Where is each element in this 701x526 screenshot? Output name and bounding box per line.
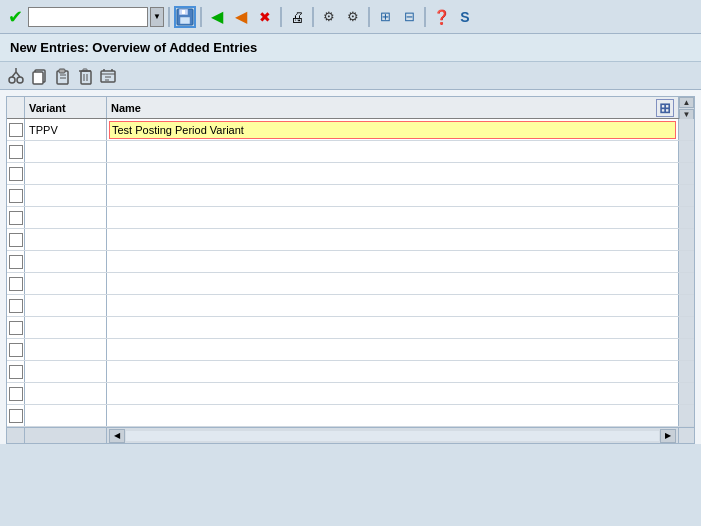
hscroll-track-area: ◀ ▶ [107, 428, 678, 443]
checkbox[interactable] [9, 277, 23, 291]
row-name-cell[interactable] [107, 141, 678, 162]
svg-rect-3 [182, 10, 185, 14]
checkbox[interactable] [9, 321, 23, 335]
checkbox[interactable] [9, 189, 23, 203]
row-name-cell[interactable] [107, 361, 678, 382]
row-checkbox[interactable] [7, 163, 25, 184]
row-checkbox[interactable] [7, 405, 25, 426]
row-name-cell[interactable] [107, 295, 678, 316]
row-variant-cell [25, 405, 107, 426]
row-name-cell[interactable] [107, 163, 678, 184]
checkbox[interactable] [9, 145, 23, 159]
toolbar-separator-4 [312, 7, 314, 27]
toolbar-separator-6 [424, 7, 426, 27]
layout-icon-2[interactable]: ⊟ [398, 6, 420, 28]
sap-icon[interactable]: S [454, 6, 476, 28]
table-row [7, 229, 694, 251]
row-scroll-spacer [678, 119, 694, 140]
row-checkbox[interactable] [7, 251, 25, 272]
checkbox[interactable] [9, 123, 23, 137]
page-title-bar: New Entries: Overview of Added Entries [0, 34, 701, 62]
row-variant-cell [25, 273, 107, 294]
tool-icon-2[interactable]: ⚙ [342, 6, 364, 28]
nav-back-fast-icon[interactable]: ◀ [230, 6, 252, 28]
table-body: TPPV [7, 119, 694, 427]
info-icon[interactable] [98, 66, 118, 86]
row-checkbox[interactable] [7, 229, 25, 250]
check-icon[interactable]: ✔ [4, 6, 26, 28]
header-variant-col: Variant [25, 97, 107, 118]
command-input[interactable] [28, 7, 148, 27]
main-toolbar: ✔ ▼ ◀ ◀ ✖ 🖨 ⚙ ⚙ [0, 0, 701, 34]
hscroll-thumb[interactable] [126, 431, 659, 441]
hscroll-right-btn[interactable]: ▶ [660, 429, 676, 443]
row-variant-cell [25, 207, 107, 228]
hscroll-left-btn[interactable]: ◀ [109, 429, 125, 443]
checkbox[interactable] [9, 343, 23, 357]
row-scroll-spacer [678, 251, 694, 272]
checkbox[interactable] [9, 211, 23, 225]
row-name-cell[interactable] [107, 317, 678, 338]
row-name-cell[interactable] [107, 383, 678, 404]
svg-line-6 [12, 72, 16, 77]
svg-point-4 [9, 77, 15, 83]
row-checkbox[interactable] [7, 273, 25, 294]
table-wrapper: Variant Name ⊞ ▲ ▼ TPPV [6, 96, 695, 444]
row-name-cell[interactable] [107, 207, 678, 228]
row-scroll-spacer [678, 229, 694, 250]
tool-icon-1[interactable]: ⚙ [318, 6, 340, 28]
svg-rect-15 [81, 71, 91, 84]
vscroll-up-btn[interactable]: ▲ [679, 97, 694, 108]
row-name-cell[interactable] [107, 273, 678, 294]
nav-forward-icon[interactable]: ✖ [254, 6, 276, 28]
row-variant-cell [25, 295, 107, 316]
paste-icon[interactable] [52, 66, 72, 86]
name-input[interactable] [109, 121, 676, 139]
row-checkbox[interactable] [7, 317, 25, 338]
row-checkbox[interactable] [7, 207, 25, 228]
save-button[interactable] [174, 6, 196, 28]
delete-icon[interactable] [75, 66, 95, 86]
command-dropdown-arrow[interactable]: ▼ [150, 7, 164, 27]
row-name-cell[interactable] [107, 185, 678, 206]
row-checkbox[interactable] [7, 383, 25, 404]
row-scroll-spacer [678, 383, 694, 404]
row-checkbox[interactable] [7, 185, 25, 206]
svg-point-5 [17, 77, 23, 83]
row-checkbox[interactable] [7, 295, 25, 316]
row-name-cell[interactable] [107, 251, 678, 272]
hscroll-variant-spacer [25, 428, 107, 443]
row-variant-cell [25, 317, 107, 338]
checkbox[interactable] [9, 167, 23, 181]
table-row [7, 273, 694, 295]
row-checkbox[interactable] [7, 339, 25, 360]
row-name-cell[interactable] [107, 405, 678, 426]
row-name-cell[interactable] [107, 229, 678, 250]
command-input-wrap: ▼ [28, 7, 164, 27]
row-checkbox[interactable] [7, 361, 25, 382]
copy-icon[interactable] [29, 66, 49, 86]
row-checkbox[interactable] [7, 141, 25, 162]
nav-back-icon[interactable]: ◀ [206, 6, 228, 28]
table-hscroll-area: ◀ ▶ [7, 427, 694, 443]
checkbox[interactable] [9, 255, 23, 269]
checkbox[interactable] [9, 365, 23, 379]
col-settings-icon[interactable]: ⊞ [656, 99, 674, 117]
table-row [7, 383, 694, 405]
scissors-icon[interactable] [6, 66, 26, 86]
table-row [7, 339, 694, 361]
row-scroll-spacer [678, 163, 694, 184]
checkbox[interactable] [9, 233, 23, 247]
row-checkbox[interactable] [7, 119, 25, 140]
row-variant-cell [25, 185, 107, 206]
row-variant-cell [25, 361, 107, 382]
layout-icon-1[interactable]: ⊞ [374, 6, 396, 28]
table-row [7, 141, 694, 163]
print-icon[interactable]: 🖨 [286, 6, 308, 28]
checkbox[interactable] [9, 409, 23, 423]
row-name-cell[interactable] [107, 119, 678, 140]
row-name-cell[interactable] [107, 339, 678, 360]
checkbox[interactable] [9, 387, 23, 401]
help-icon[interactable]: ❓ [430, 6, 452, 28]
checkbox[interactable] [9, 299, 23, 313]
